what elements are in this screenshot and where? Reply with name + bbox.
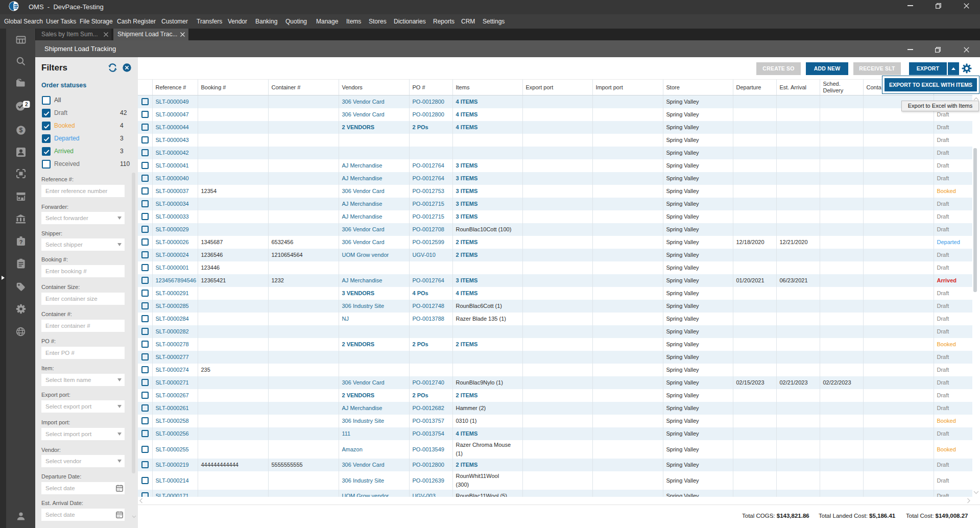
svg-text:?: ? [19, 239, 23, 245]
svg-text:$: $ [19, 127, 23, 134]
svg-text:2: 2 [25, 102, 28, 107]
